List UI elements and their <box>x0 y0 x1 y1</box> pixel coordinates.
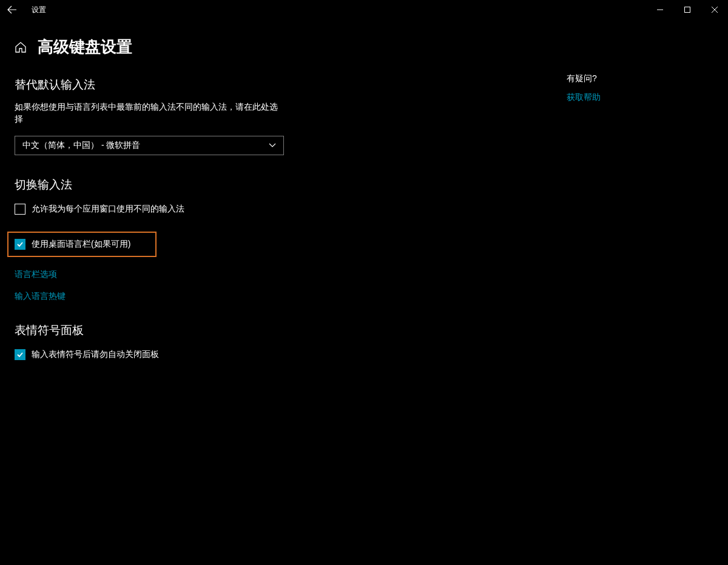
section-switch-ime-title: 切换输入法 <box>15 177 427 193</box>
minimize-button[interactable] <box>646 0 673 19</box>
section-emoji-title: 表情符号面板 <box>15 323 427 338</box>
checkbox-label: 使用桌面语言栏(如果可用) <box>32 239 130 250</box>
titlebar-controls <box>646 0 728 19</box>
section-emoji-panel: 表情符号面板 输入表情符号后请勿自动关闭面板 <box>15 323 427 363</box>
home-button[interactable] <box>15 41 27 53</box>
home-icon <box>15 41 27 53</box>
page-header: 高级键盘设置 <box>0 19 728 70</box>
checkbox-per-app-ime[interactable]: 允许我为每个应用窗口使用不同的输入法 <box>15 201 427 217</box>
sidebar-right: 有疑问? 获取帮助 <box>567 70 601 377</box>
checkbox-desktop-language-bar[interactable]: 使用桌面语言栏(如果可用) <box>7 232 157 257</box>
checkbox-emoji-autoclose[interactable]: 输入表情符号后请勿自动关闭面板 <box>15 347 427 363</box>
chevron-down-icon <box>269 143 276 148</box>
close-icon <box>712 7 718 13</box>
close-button[interactable] <box>701 0 728 19</box>
checkmark-icon <box>16 241 24 248</box>
checkbox-label: 输入表情符号后请勿自动关闭面板 <box>32 349 159 360</box>
maximize-button[interactable] <box>673 0 701 19</box>
content: 替代默认输入法 如果你想使用与语言列表中最靠前的输入法不同的输入法，请在此处选择… <box>0 70 728 377</box>
back-button[interactable] <box>6 4 18 16</box>
link-get-help[interactable]: 获取帮助 <box>567 92 601 102</box>
page-title: 高级键盘设置 <box>38 36 132 58</box>
link-language-bar-options[interactable]: 语言栏选项 <box>15 269 427 280</box>
arrow-left-icon <box>7 5 17 14</box>
svg-rect-1 <box>684 7 690 13</box>
section-switch-ime: 切换输入法 允许我为每个应用窗口使用不同的输入法 使用桌面语言栏(如果可用) 语… <box>15 177 427 302</box>
default-ime-dropdown[interactable]: 中文（简体，中国） - 微软拼音 <box>15 136 284 155</box>
titlebar-left: 设置 <box>6 4 46 16</box>
links-group: 语言栏选项 输入语言热键 <box>15 269 427 302</box>
checkmark-icon <box>16 351 24 358</box>
main-content: 替代默认输入法 如果你想使用与语言列表中最靠前的输入法不同的输入法，请在此处选择… <box>15 70 427 377</box>
window-title: 设置 <box>32 5 46 15</box>
maximize-icon <box>684 7 690 13</box>
link-input-language-hotkeys[interactable]: 输入语言热键 <box>15 291 427 302</box>
dropdown-value: 中文（简体，中国） - 微软拼音 <box>22 140 140 151</box>
titlebar: 设置 <box>0 0 728 19</box>
checkbox-box <box>15 239 25 250</box>
sidebar-heading: 有疑问? <box>567 73 601 84</box>
section-default-ime-title: 替代默认输入法 <box>15 77 427 93</box>
minimize-icon <box>657 7 663 13</box>
checkbox-box <box>15 204 25 215</box>
checkbox-box <box>15 349 25 360</box>
checkbox-label: 允许我为每个应用窗口使用不同的输入法 <box>32 204 184 215</box>
section-default-ime-desc: 如果你想使用与语言列表中最靠前的输入法不同的输入法，请在此处选择 <box>15 101 281 125</box>
